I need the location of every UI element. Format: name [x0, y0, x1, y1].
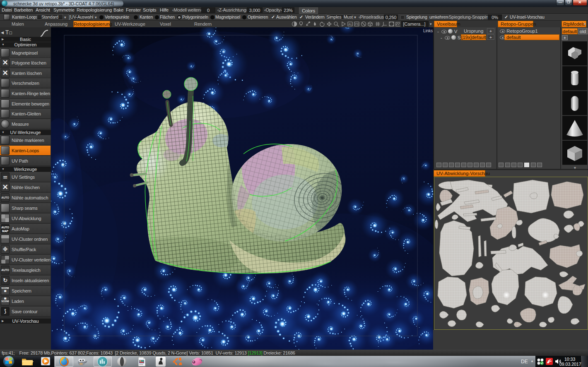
svg-text:Links: Links [423, 29, 433, 33]
svg-text:AL: AL [349, 23, 352, 26]
svg-text:PE: PE [355, 23, 359, 26]
